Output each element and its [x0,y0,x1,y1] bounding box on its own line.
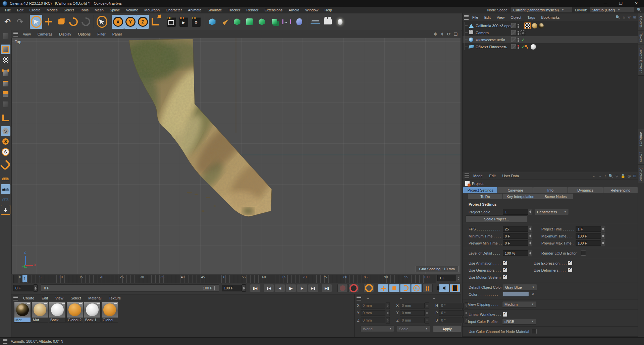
goto-start-button[interactable]: ▮◀ [250,284,260,292]
pos-x-field[interactable]: 0 mm [361,303,385,308]
viewport-dolly-icon[interactable]: ⇕ [440,32,444,37]
attribute-tab[interactable]: Scene Nodes [538,194,573,199]
add-panel-icon[interactable]: ⊞ [633,15,636,19]
default-object-color-select[interactable]: Gray-Blue▼ [503,284,537,290]
attribute-tab[interactable]: Project Settings [463,187,497,193]
material-thumbnail[interactable]: Mat [32,302,48,323]
menu-item[interactable]: Edit [14,8,26,12]
goto-end-button[interactable]: ▶▮ [322,284,332,292]
play-button[interactable]: ▶ [286,284,296,292]
workplane-button[interactable] [1,174,10,184]
previous-frame-button[interactable]: ◀ [275,284,285,292]
rotate-tool-button[interactable] [67,15,79,29]
key-rotation-button[interactable] [400,284,411,292]
camera-button[interactable] [321,15,334,29]
polygon-mode-button[interactable] [1,89,10,99]
coordinate-space-select[interactable]: World▼ [361,326,394,332]
apply-button[interactable]: Apply [433,325,461,332]
layer-box-icon[interactable] [511,23,516,28]
object-row-california[interactable]: California 300 z3 open [463,22,638,29]
material-menu-item[interactable]: Select [67,296,85,300]
close-button[interactable]: ✕ [629,0,644,7]
object-name[interactable]: Camera [476,31,489,35]
menu-item[interactable]: MoGraph [141,8,163,12]
preview-max-time-field[interactable]: 100 F [576,240,601,246]
selection-tool-button[interactable] [96,15,108,29]
menu-item[interactable]: Tracker [225,8,244,12]
transform-mode-select[interactable]: Scale▼ [397,326,430,332]
pos-z-field[interactable]: 0 mm [361,318,385,323]
linear-workflow-checkbox[interactable] [503,312,507,317]
menu-item[interactable]: File [2,8,14,12]
uvw-tag-icon[interactable] [524,22,531,29]
render-picture-viewer-button[interactable]: ▶ [177,15,190,29]
use-deformers-checkbox[interactable] [568,268,572,272]
scale-x-field[interactable]: 0 mm [400,303,425,308]
spinner[interactable] [425,310,429,316]
minimum-time-field[interactable]: 0 F [503,233,528,239]
viewport-view-label[interactable]: Top [15,40,21,44]
spinner[interactable] [465,310,468,316]
phong-tag-icon[interactable] [524,44,530,50]
rot-b-field[interactable]: 0 ° [439,318,464,323]
scrubber-handle-icon[interactable] [214,286,216,290]
spinner[interactable] [528,240,532,246]
side-tab[interactable]: Structure [638,165,644,184]
material-menu-item[interactable]: Material [85,296,105,300]
spinner[interactable] [456,275,460,282]
level-of-detail-field[interactable]: 100 % [503,250,528,256]
material-thumbnail[interactable]: Back.1 [84,302,101,323]
viewport-hamburger-icon[interactable] [13,32,18,37]
keyframe-button[interactable] [348,284,359,292]
material-name[interactable]: Back.1 [84,318,100,322]
key-position-button[interactable] [378,284,388,292]
visibility-dots-icon[interactable] [518,31,519,35]
spinner[interactable] [528,226,532,232]
object-manager-menu-item[interactable]: View [494,15,508,19]
viewport-maximize-icon[interactable]: ❏ [454,32,458,37]
color-swatch[interactable] [503,292,529,297]
menu-item[interactable]: Spline [107,8,123,12]
visibility-dots-icon[interactable] [518,24,519,28]
layout-select[interactable]: Startup (User)▼ [589,7,634,13]
move-tool-button[interactable] [42,15,55,29]
render-lod-checkbox[interactable] [581,251,586,256]
material-name[interactable]: Global.2 [67,318,83,322]
attribute-menu-item[interactable]: Mode [470,174,486,178]
viewport-menu-item[interactable]: View [19,32,34,36]
attribute-tab[interactable]: Key Interpolation [503,194,538,199]
maximize-button[interactable]: ❐ [613,0,629,7]
attribute-tab[interactable]: Info [533,187,568,193]
layer-box-icon[interactable] [511,44,516,49]
up-icon[interactable]: ↑ [604,174,606,178]
enable-snap-button[interactable] [1,160,10,170]
menu-item[interactable]: Render [243,8,261,12]
spinner[interactable] [425,317,429,324]
object-name[interactable]: Объект Плоскость [476,45,507,49]
spinner[interactable] [601,233,605,239]
render-view-button[interactable] [165,15,177,29]
current-frame-field[interactable]: 0 F [13,285,34,291]
object-row-camera[interactable]: Camera [463,29,638,36]
volume-builder-button[interactable] [243,15,256,29]
color-channel-checkbox[interactable] [532,329,537,334]
end-frame-field[interactable]: 100 F [222,285,242,291]
lock-workplane-button[interactable] [1,184,10,194]
spinner[interactable] [386,302,390,309]
menu-item[interactable]: Select [61,8,77,12]
previous-key-button[interactable]: ▮◀ [264,284,274,292]
menu-item[interactable]: Simulate [205,8,225,12]
material-tag-gold-icon[interactable] [532,23,537,28]
object-manager-hamburger-icon[interactable] [464,15,469,20]
last-tool-button[interactable] [79,15,92,29]
camera-target-icon[interactable] [521,30,525,35]
menu-item[interactable]: Arnold [285,8,302,12]
material-name[interactable]: Global [102,318,118,322]
menu-item[interactable]: Create [26,8,44,12]
viewport-solo-hierarchy-button[interactable]: S [1,147,10,157]
spinner[interactable] [528,233,532,239]
sound-button[interactable] [439,284,449,292]
attribute-menu-item[interactable]: Edit [486,174,499,178]
material-name[interactable]: Mat [32,318,48,322]
keyframe-selection-button[interactable] [450,284,460,292]
